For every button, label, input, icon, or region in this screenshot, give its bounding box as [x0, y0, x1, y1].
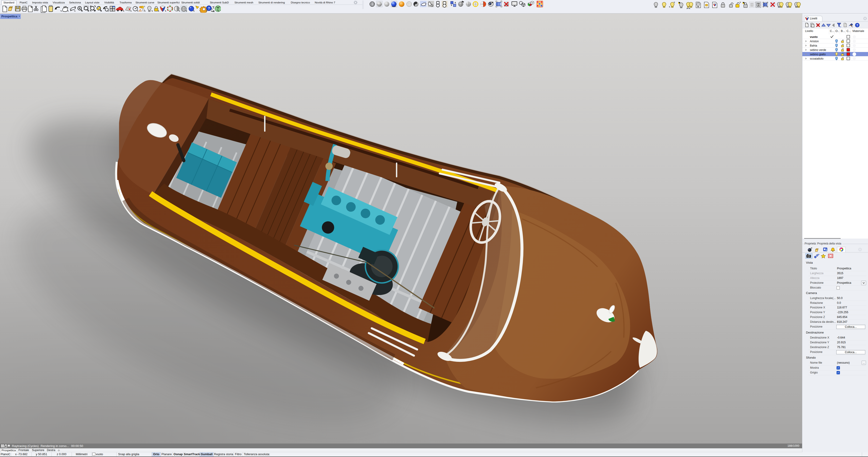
svg-text:vuoto: vuoto: [810, 35, 817, 38]
svg-text:Ariston: Ariston: [810, 40, 819, 43]
svg-text:sebino verde: sebino verde: [810, 48, 826, 52]
svg-text:Bahia: Bahia: [810, 44, 817, 47]
svg-text:?: ?: [208, 6, 210, 10]
svg-text:scoaiattolo: scoaiattolo: [810, 57, 824, 60]
svg-text:sebino giallo: sebino giallo: [810, 53, 826, 56]
svg-text:?: ?: [856, 24, 858, 27]
